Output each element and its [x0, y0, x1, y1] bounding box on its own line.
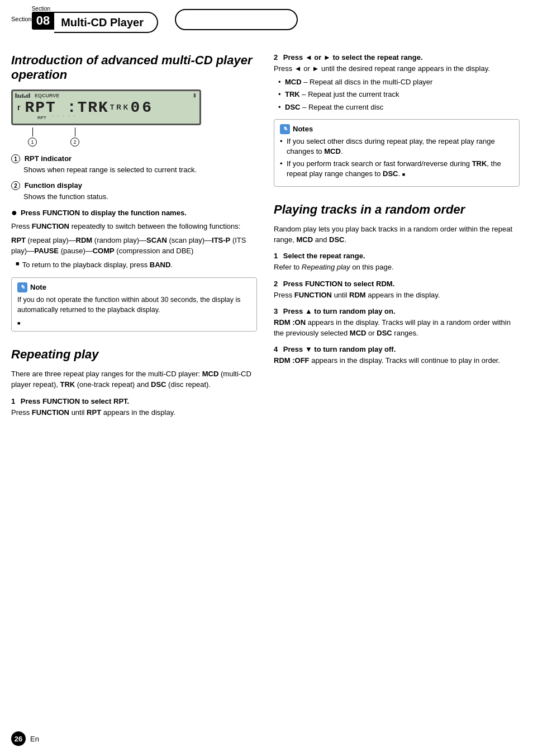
press-function-body1: Press FUNCTION repeatedly to switch betw…: [11, 221, 257, 231]
callout-item-1: 1 RPT indicator Shows when repeat range …: [11, 154, 257, 176]
bullet-dsc: DSC – Repeat the current disc: [278, 102, 520, 112]
note-box-title: ✎ Note: [17, 282, 251, 292]
header: Section Section 08 Multi-CD Player: [0, 0, 533, 37]
random-step4-heading: 4 Press ▼ to turn random play off.: [274, 345, 520, 353]
display-container: EQCURVE r RPT :TRK TRK 06 RPT · · · · · …: [11, 89, 257, 147]
main-content: Introduction of advanced multi-CD player…: [0, 37, 533, 421]
arrow-icon: ■: [16, 260, 20, 267]
bullet-trk: TRK – Repeat just the current track: [278, 89, 520, 100]
bullet-icon: ●: [11, 207, 17, 218]
random-heading: Playing tracks in a random order: [274, 202, 520, 217]
callout-line-1: [32, 127, 33, 136]
section-label-text: Section: [32, 6, 158, 12]
page-title: Multi-CD Player: [54, 12, 158, 33]
random-step1-body: Refer to Repeating play on this page.: [274, 262, 520, 272]
random-step2-body: Press FUNCTION until RDM appears in the …: [274, 290, 520, 300]
left-column: Introduction of advanced multi-CD player…: [11, 37, 257, 421]
section-number: 08: [36, 15, 50, 27]
random-step4-body: RDM :OFF appears in the display. Tracks …: [274, 355, 520, 366]
lcd-rpt-label: RPT: [37, 115, 46, 120]
random-intro: Random play lets you play back tracks in…: [274, 224, 520, 245]
callout-item-2: 2 Function display Shows the function st…: [11, 181, 257, 202]
band-note-item: ■ To return to the playback display, pre…: [16, 259, 257, 270]
note-body: If you do not operate the function withi…: [17, 295, 251, 315]
note-1: If you select other discs during repeat …: [280, 136, 513, 157]
intro-heading: Introduction of advanced multi-CD player…: [11, 53, 257, 83]
callout-2-body: Shows the function status.: [23, 191, 257, 202]
circle-num-2: 2: [11, 181, 20, 190]
header-right-box: [175, 9, 298, 30]
random-step3-heading: 3 Press ▲ to turn random play on.: [274, 307, 520, 315]
lcd-bars: [15, 93, 30, 98]
lcd-eqcurve: EQCURVE: [35, 93, 59, 98]
step2-body: Press ◄ or ► until the desired repeat ra…: [274, 63, 520, 74]
note-icon: ✎: [17, 282, 27, 292]
callout-circle-2: 2: [70, 138, 79, 147]
bar4: [22, 94, 23, 98]
callout-2-heading: 2 Function display: [11, 181, 257, 191]
repeat-bullets: MCD – Repeat all discs in the multi-CD p…: [278, 77, 520, 112]
repeating-intro: There are three repeat play ranges for t…: [11, 368, 257, 390]
callout-1-body: Shows when repeat range is selected to c…: [23, 164, 257, 175]
notes-icon: ✎: [280, 124, 290, 134]
callout-circle-1: 1: [28, 138, 37, 147]
random-step3-body: RDM :ON appears in the display. Tracks w…: [274, 317, 520, 338]
bar2: [17, 94, 19, 98]
function-list: RPT (repeat play)—RDM (random play)—SCAN…: [11, 235, 257, 256]
lcd-border-deco: ▮: [193, 92, 196, 98]
press-function-item: ● Press FUNCTION to display the function…: [11, 207, 257, 218]
section-label: Section: [11, 16, 32, 22]
step2-heading: 2 Press ◄ or ► to select the repeat rang…: [274, 53, 520, 62]
bar3: [20, 95, 21, 98]
note-end-square: ■: [17, 320, 20, 326]
page: Section Section 08 Multi-CD Player Intro…: [0, 0, 533, 756]
repeating-heading: Repeating play: [11, 347, 257, 362]
notes-list: If you select other discs during repeat …: [280, 136, 513, 179]
press-function-heading: Press FUNCTION to display the function n…: [21, 207, 187, 218]
note-box: ✎ Note If you do not operate the functio…: [11, 277, 257, 332]
bar1: [15, 93, 17, 98]
right-column: 2 Press ◄ or ► to select the repeat rang…: [274, 37, 520, 421]
lcd-main-text: r RPT :TRK TRK 06: [17, 99, 195, 116]
callout-line-2: [75, 127, 75, 136]
step1-body: Press FUNCTION until RPT appears in the …: [11, 407, 257, 418]
band-note: To return to the playback display, press…: [22, 259, 173, 270]
bar6: [26, 94, 28, 98]
notes-box-title: ✎ Notes: [280, 124, 513, 134]
lcd-dots: · · · · ·: [52, 113, 76, 119]
random-step2-heading: 2 Press FUNCTION to select RDM.: [274, 280, 520, 288]
bar5: [24, 96, 26, 98]
lcd-display: EQCURVE r RPT :TRK TRK 06 RPT · · · · · …: [11, 89, 201, 125]
page-number-badge: 26: [11, 731, 26, 746]
note-2: If you perform track search or fast forw…: [280, 159, 513, 179]
footer-lang: En: [30, 735, 39, 743]
random-step1-heading: 1 Select the repeat range.: [274, 252, 520, 260]
callout-1-heading: 1 RPT indicator: [11, 154, 257, 164]
bar7: [28, 93, 30, 98]
bullet-mcd: MCD – Repeat all discs in the multi-CD p…: [278, 77, 520, 87]
footer: 26 En: [11, 731, 39, 746]
circle-num-1: 1: [11, 154, 20, 163]
notes-box: ✎ Notes If you select other discs during…: [274, 119, 520, 187]
callout-row: 1 2: [11, 127, 79, 147]
lcd-top-strip: EQCURVE: [15, 93, 197, 98]
section-number-badge: 08: [32, 12, 54, 30]
step1-heading: 1 Press FUNCTION to select RPT.: [11, 397, 257, 405]
callout-2: 2: [70, 127, 79, 147]
callout-1: 1: [28, 127, 37, 147]
